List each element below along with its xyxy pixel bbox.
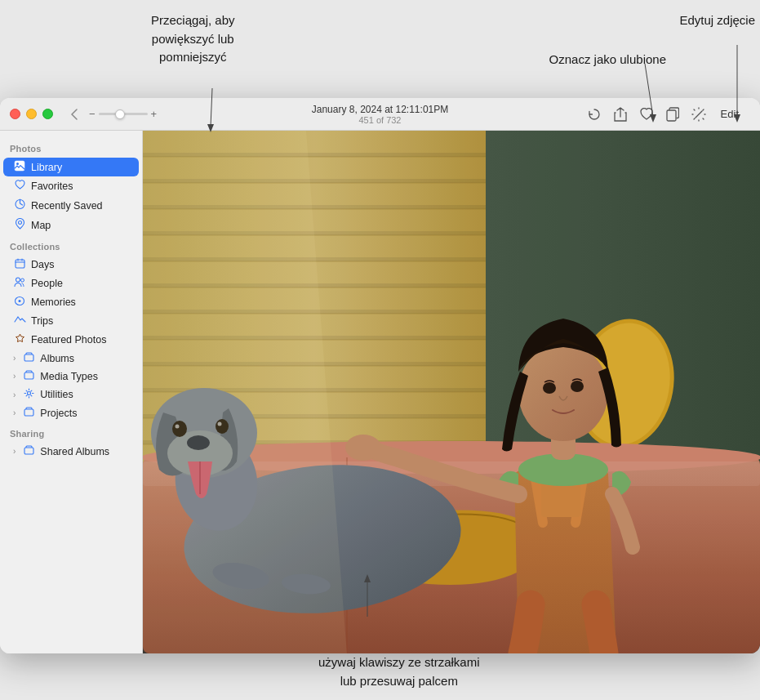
rotate-icon[interactable]: [585, 105, 603, 123]
heart-icon[interactable]: [638, 105, 656, 123]
callout-przeciagaj-text: Przeciągaj, aby powiększyć lub pomniejsz…: [151, 13, 235, 64]
svg-point-12: [18, 221, 21, 225]
sidebar-section-sharing: Sharing: [0, 422, 142, 442]
toolbar: − + January 8, 2024 at 12:11:01PM 451 of…: [53, 105, 750, 123]
sidebar-item-library[interactable]: Library: [3, 158, 139, 176]
toolbar-right: Edit: [585, 105, 750, 123]
svg-point-73: [518, 343, 608, 441]
back-button[interactable]: [66, 106, 82, 123]
svg-rect-17: [24, 354, 33, 361]
projects-icon: [22, 407, 35, 419]
sidebar-item-featured-photos[interactable]: Featured Photos: [3, 331, 139, 349]
photo-count: 451 of 732: [312, 115, 448, 125]
sidebar-item-map[interactable]: Map: [3, 216, 139, 234]
magic-icon[interactable]: [690, 105, 708, 123]
photo-viewer[interactable]: [143, 131, 760, 653]
callout-edytuj-text: Edytuj zdjęcie: [679, 13, 755, 27]
sidebar-item-albums[interactable]: › Albums: [3, 350, 139, 367]
svg-point-75: [571, 381, 584, 392]
sidebar-item-favorites[interactable]: Favorites: [3, 177, 139, 195]
callout-przeciagaj: Przeciągaj, aby powiększyć lub pomniejsz…: [151, 11, 235, 67]
sidebar-item-favorites-label: Favorites: [31, 181, 73, 192]
sidebar-item-utilities-label: Utilities: [40, 389, 73, 400]
memories-icon: [13, 296, 26, 309]
titlebar: − + January 8, 2024 at 12:11:01PM 451 of…: [0, 98, 760, 131]
zoom-minus-icon: −: [89, 108, 96, 120]
sidebar-item-media-types-label: Media Types: [40, 371, 98, 382]
media-types-disclosure-icon: ›: [13, 372, 16, 381]
sidebar-item-memories[interactable]: Memories: [3, 293, 139, 311]
media-types-icon: [22, 370, 35, 382]
close-button[interactable]: [10, 109, 20, 119]
svg-rect-8: [667, 110, 676, 121]
svg-point-15: [21, 279, 24, 282]
svg-point-74: [543, 382, 556, 394]
shared-albums-disclosure-icon: ›: [13, 447, 16, 456]
photo-image: [143, 131, 760, 653]
photos-window: − + January 8, 2024 at 12:11:01PM 451 of…: [0, 98, 760, 653]
svg-point-16: [19, 300, 21, 302]
sidebar-item-shared-albums-label: Shared Albums: [40, 446, 109, 457]
recently-saved-icon: [13, 198, 26, 212]
window-body: Photos Library Favorites: [0, 131, 760, 653]
sidebar-item-projects[interactable]: › Projects: [3, 404, 139, 421]
library-icon: [13, 160, 26, 174]
sidebar: Photos Library Favorites: [0, 131, 143, 653]
share-icon[interactable]: [611, 105, 629, 123]
callout-oznacz-text: Oznacz jako ulubione: [549, 52, 666, 66]
sidebar-item-library-label: Library: [31, 162, 62, 173]
callout-edytuj: Edytuj zdjęcie: [679, 11, 755, 29]
albums-disclosure-icon: ›: [13, 354, 16, 363]
zoom-slider-group: − +: [89, 108, 157, 120]
sidebar-item-trips-label: Trips: [31, 315, 53, 327]
svg-rect-18: [24, 372, 33, 379]
svg-point-19: [27, 392, 30, 395]
days-icon: [13, 258, 26, 271]
favorites-icon: [13, 180, 26, 193]
traffic-lights: [10, 109, 53, 119]
sidebar-item-map-label: Map: [31, 220, 51, 231]
sidebar-item-days[interactable]: Days: [3, 256, 139, 274]
svg-rect-20: [24, 409, 33, 416]
sidebar-item-trips[interactable]: Trips: [3, 312, 139, 330]
svg-point-71: [345, 435, 381, 461]
sidebar-item-recently-saved-label: Recently Saved: [31, 200, 103, 212]
sidebar-item-projects-label: Projects: [40, 408, 77, 419]
svg-point-14: [16, 278, 20, 282]
zoom-plus-icon: +: [151, 108, 158, 120]
sidebar-item-memories-label: Memories: [31, 296, 76, 308]
sidebar-item-featured-photos-label: Featured Photos: [31, 334, 106, 346]
photo-info: January 8, 2024 at 12:11:01PM 451 of 732: [312, 104, 448, 125]
photo-date: January 8, 2024 at 12:11:01PM: [312, 104, 448, 115]
sidebar-section-photos: Photos: [0, 137, 142, 157]
zoom-thumb[interactable]: [115, 109, 125, 119]
utilities-icon: [22, 388, 35, 401]
minimize-button[interactable]: [26, 109, 37, 119]
sidebar-item-shared-albums[interactable]: › Shared Albums: [3, 443, 139, 460]
shared-albums-icon: [22, 445, 35, 457]
svg-rect-21: [24, 448, 33, 454]
projects-disclosure-icon: ›: [13, 408, 16, 417]
sidebar-item-recently-saved[interactable]: Recently Saved: [3, 196, 139, 215]
svg-point-10: [16, 163, 19, 165]
zoom-track: [99, 113, 148, 115]
sidebar-item-media-types[interactable]: › Media Types: [3, 368, 139, 385]
sidebar-item-people-label: People: [31, 278, 63, 289]
trips-icon: [13, 314, 26, 328]
sidebar-item-people[interactable]: People: [3, 274, 139, 292]
albums-icon: [22, 352, 35, 364]
featured-photos-icon: [13, 333, 26, 346]
duplicate-icon[interactable]: [664, 105, 682, 123]
maximize-button[interactable]: [42, 109, 53, 119]
edit-button[interactable]: Edit: [716, 106, 744, 122]
map-icon: [13, 218, 26, 232]
callout-oznacz: Oznacz jako ulubione: [549, 51, 666, 68]
sidebar-section-collections: Collections: [0, 235, 142, 255]
utilities-disclosure-icon: ›: [13, 390, 16, 399]
svg-rect-13: [16, 260, 24, 268]
people-icon: [13, 277, 26, 290]
sidebar-item-utilities[interactable]: › Utilities: [3, 386, 139, 404]
sidebar-item-days-label: Days: [31, 259, 54, 270]
sidebar-item-albums-label: Albums: [40, 353, 74, 364]
